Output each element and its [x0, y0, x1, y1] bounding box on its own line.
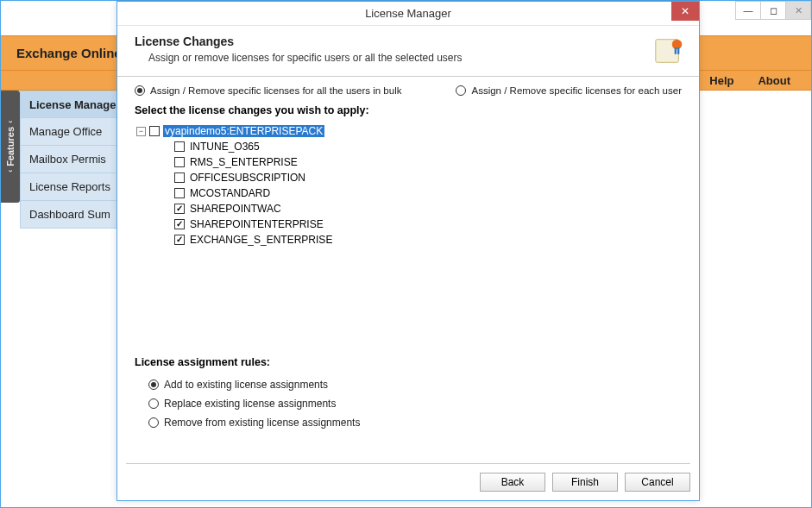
chevron-icon: ‹ [6, 121, 15, 123]
checkbox-sharepointenterprise[interactable] [174, 219, 185, 229]
menu-help[interactable]: Help [709, 74, 733, 87]
checkbox-officesubscription[interactable] [174, 172, 185, 183]
main-window: — ◻ ✕ Exchange Online R Help About ‹ Fea… [0, 0, 812, 508]
tree-root-label[interactable]: vyapindemo5:ENTERPRISEPACK [163, 125, 324, 137]
menu-about[interactable]: About [758, 74, 790, 87]
dialog-title: License Manager [365, 7, 451, 20]
back-button[interactable]: Back [480, 473, 545, 492]
tree-child-row: OFFICESUBSCRIPTION [174, 170, 682, 185]
tree-child-label[interactable]: SHAREPOINTENTERPRISE [188, 218, 325, 230]
tree-child-row: SHAREPOINTENTERPRISE [174, 216, 682, 232]
main-window-buttons: — ◻ ✕ [736, 1, 811, 20]
finish-button[interactable]: Finish [552, 473, 618, 492]
tree-child-label[interactable]: SHAREPOINTWAC [188, 203, 283, 215]
select-changes-label: Select the license changes you wish to a… [117, 101, 699, 123]
rule-radio-1[interactable]: Replace existing license assignments [135, 394, 682, 413]
assignment-rules: License assignment rules: Add to existin… [117, 348, 699, 432]
dialog-close-button[interactable]: ✕ [671, 2, 699, 21]
tree-child-label[interactable]: RMS_S_ENTERPRISE [188, 156, 299, 168]
tree-child-row: RMS_S_ENTERPRISE [174, 154, 682, 170]
radio-bulk-mode[interactable]: Assign / Remove specific licenses for al… [135, 85, 401, 96]
checkbox-sharepointwac[interactable] [174, 204, 185, 214]
checkbox-intune_o365[interactable] [174, 141, 185, 152]
checkbox-rms_s_enterprise[interactable] [174, 157, 185, 167]
dialog-footer: Back Finish Cancel [126, 463, 690, 492]
tree-children: INTUNE_O365RMS_S_ENTERPRISEOFFICESUBSCRI… [136, 139, 682, 248]
maximize-button[interactable]: ◻ [760, 1, 786, 20]
dialog-heading: License Changes [135, 34, 463, 48]
certificate-icon [652, 34, 685, 67]
rule-label: Replace existing license assignments [164, 398, 336, 410]
dialog-titlebar: License Manager ✕ [117, 2, 699, 26]
tree-child-row: EXCHANGE_S_ENTERPRISE [174, 232, 682, 248]
checkbox-exchange_s_enterprise[interactable] [174, 235, 185, 245]
dialog-subheading: Assign or remove licenses for specific u… [148, 52, 463, 64]
svg-rect-3 [677, 47, 679, 54]
dialog-header: License Changes Assign or remove license… [117, 26, 699, 77]
radio-dot-icon [148, 379, 159, 390]
radio-dot-icon [456, 85, 466, 96]
mode-radios: Assign / Remove specific licenses for al… [117, 77, 699, 101]
cancel-button[interactable]: Cancel [625, 473, 690, 492]
radio-bulk-label: Assign / Remove specific licenses for al… [150, 85, 401, 96]
rule-label: Remove from existing license assignments [164, 417, 360, 429]
tree-child-label[interactable]: MCOSTANDARD [188, 187, 272, 199]
svg-point-1 [672, 40, 682, 49]
radio-dot-icon [135, 85, 145, 96]
tree-child-row: SHAREPOINTWAC [174, 201, 682, 216]
radio-each-mode[interactable]: Assign / Remove specific licenses for ea… [456, 85, 682, 96]
rules-heading: License assignment rules: [135, 353, 682, 375]
tree-root-row: − vyapindemo5:ENTERPRISEPACK [136, 123, 682, 139]
license-manager-dialog: License Manager ✕ License Changes Assign… [116, 1, 700, 501]
tree-child-label[interactable]: OFFICESUBSCRIPTION [188, 172, 307, 184]
tree-child-row: INTUNE_O365 [174, 139, 682, 154]
radio-dot-icon [148, 398, 159, 409]
rule-radio-2[interactable]: Remove from existing license assignments [135, 413, 682, 432]
rule-label: Add to existing license assignments [164, 379, 328, 391]
svg-rect-2 [675, 47, 677, 54]
license-tree: − vyapindemo5:ENTERPRISEPACK INTUNE_O365… [117, 123, 699, 348]
features-side-tab[interactable]: ‹ Features ‹ [1, 91, 20, 203]
rule-radio-0[interactable]: Add to existing license assignments [135, 375, 682, 394]
radio-each-label: Assign / Remove specific licenses for ea… [471, 85, 682, 96]
tree-child-label[interactable]: EXCHANGE_S_ENTERPRISE [188, 234, 334, 246]
radio-dot-icon [148, 417, 159, 428]
tree-child-row: MCOSTANDARD [174, 185, 682, 201]
close-button[interactable]: ✕ [785, 1, 811, 20]
tree-child-label[interactable]: INTUNE_O365 [188, 141, 261, 153]
checkbox-root[interactable] [149, 126, 160, 136]
tree-collapse-icon[interactable]: − [136, 127, 146, 136]
chevron-icon: ‹ [6, 170, 15, 172]
checkbox-mcostandard[interactable] [174, 188, 185, 198]
features-label: Features [5, 127, 16, 166]
minimize-button[interactable]: — [735, 1, 761, 20]
